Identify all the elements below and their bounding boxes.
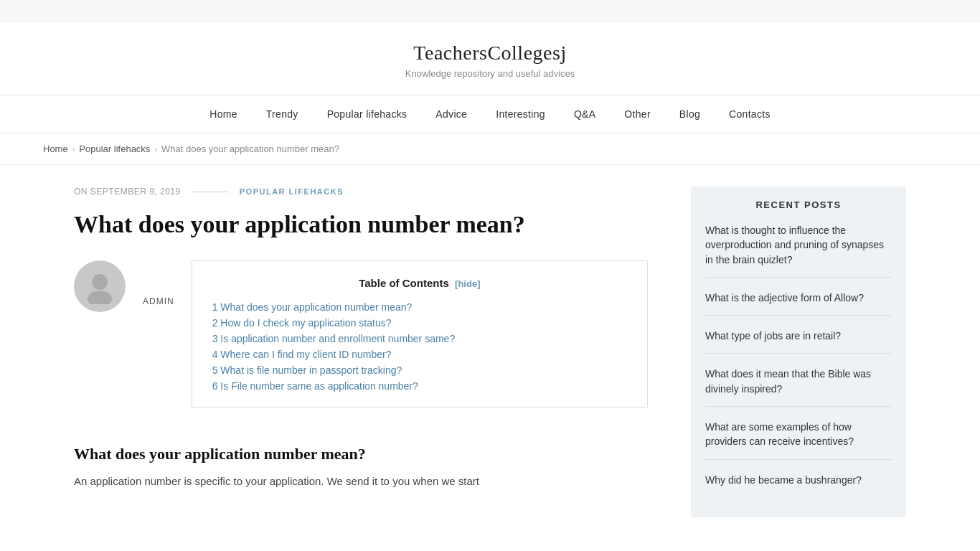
article-date: ON SEPTEMBER 9, 2019 [74,187,181,197]
nav-item-interesting[interactable]: Interesting [481,95,560,133]
breadcrumb-sep-2: › [154,145,157,154]
toc-list: 1 What does your application number mean… [212,299,627,394]
sidebar-post-link[interactable]: What type of jobs are in retail? [705,330,841,342]
toc-link[interactable]: 5 What is file number in passport tracki… [212,364,402,376]
sidebar-post: What is thought to influence the overpro… [705,223,892,278]
svg-point-1 [88,291,112,304]
author-info: ADMIN [143,260,174,306]
toc-link[interactable]: 3 Is application number and enrollment n… [212,333,456,344]
site-tagline: Knowledge repository and useful advices [14,68,966,79]
toc-link[interactable]: 6 Is File number same as application num… [212,380,418,392]
top-bar [0,0,980,22]
nav-item-advice[interactable]: Advice [421,95,481,133]
sidebar-post: What does it mean that the Bible was div… [705,367,892,407]
breadcrumb-current: What does your application number mean? [161,143,339,154]
sidebar-post-link[interactable]: What does it mean that the Bible was div… [705,368,871,394]
toc-title-text: Table of Contents [359,277,449,289]
toc-link[interactable]: 2 How do I check my application status? [212,317,392,329]
toc-title: Table of Contents [hide] [212,277,627,289]
toc-item: 1 What does your application number mean… [212,299,627,315]
author-name: ADMIN [143,296,174,306]
article-meta: ON SEPTEMBER 9, 2019 POPULAR LIFEHACKS [74,187,648,197]
svg-point-0 [92,274,108,290]
sidebar-post-link[interactable]: What are some examples of how providers … [705,421,854,447]
article-title: What does your application number mean? [74,209,648,240]
article-meta-sep [192,192,228,192]
breadcrumb-sep-1: › [72,145,75,154]
sidebar-post: What are some examples of how providers … [705,420,892,460]
sidebar-post-link[interactable]: Why did he became a bushranger? [705,474,862,486]
sidebar-post: What is the adjective form of Allow? [705,291,892,316]
section-text: An application number is specific to you… [74,472,648,491]
toc-box: Table of Contents [hide] 1 What does you… [192,260,648,408]
nav-item-contacts[interactable]: Contacts [715,95,785,133]
toc-item: 5 What is file number in passport tracki… [212,362,627,378]
toc-item: 2 How do I check my application status? [212,315,627,331]
breadcrumb: Home › Popular lifehacks › What does you… [0,133,980,165]
breadcrumb-home[interactable]: Home [43,143,68,154]
nav-item-trendy[interactable]: Trendy [252,95,313,133]
nav-item-other[interactable]: Other [610,95,665,133]
nav-item-home[interactable]: Home [195,95,252,133]
nav-item-popular-lifehacks[interactable]: Popular lifehacks [313,95,422,133]
sidebar-recent-title: RECENT POSTS [705,199,892,210]
author-avatar [74,260,126,312]
site-header: TeachersCollegesj Knowledge repository a… [0,22,980,95]
breadcrumb-parent[interactable]: Popular lifehacks [79,143,150,154]
toc-item: 4 Where can I find my client ID number? [212,347,627,362]
toc-item: 3 Is application number and enrollment n… [212,331,627,347]
sidebar: RECENT POSTS What is thought to influenc… [691,187,906,517]
main-nav: HomeTrendyPopular lifehacksAdviceInteres… [0,95,980,133]
sidebar-post-link[interactable]: What is thought to influence the overpro… [705,225,884,265]
toc-item: 6 Is File number same as application num… [212,378,627,394]
sidebar-post: Why did he became a bushranger? [705,473,892,497]
author-row: ADMIN Table of Contents [hide] 1 What do… [74,260,648,428]
toc-link[interactable]: 1 What does your application number mean… [212,301,413,313]
article-category: POPULAR LIFEHACKS [240,187,344,196]
nav-item-q&a[interactable]: Q&A [560,95,610,133]
article-main: ON SEPTEMBER 9, 2019 POPULAR LIFEHACKS W… [74,187,648,517]
sidebar-recent: RECENT POSTS What is thought to influenc… [691,187,906,517]
section-heading: What does your application number mean? [74,445,648,463]
toc-link[interactable]: 4 Where can I find my client ID number? [212,349,392,360]
sidebar-post: What type of jobs are in retail? [705,329,892,354]
site-title: TeachersCollegesj [14,42,966,65]
main-wrapper: ON SEPTEMBER 9, 2019 POPULAR LIFEHACKS W… [31,165,949,546]
avatar-icon [82,268,118,304]
nav-item-blog[interactable]: Blog [665,95,715,133]
sidebar-post-link[interactable]: What is the adjective form of Allow? [705,292,864,303]
toc-hide[interactable]: [hide] [455,278,480,289]
